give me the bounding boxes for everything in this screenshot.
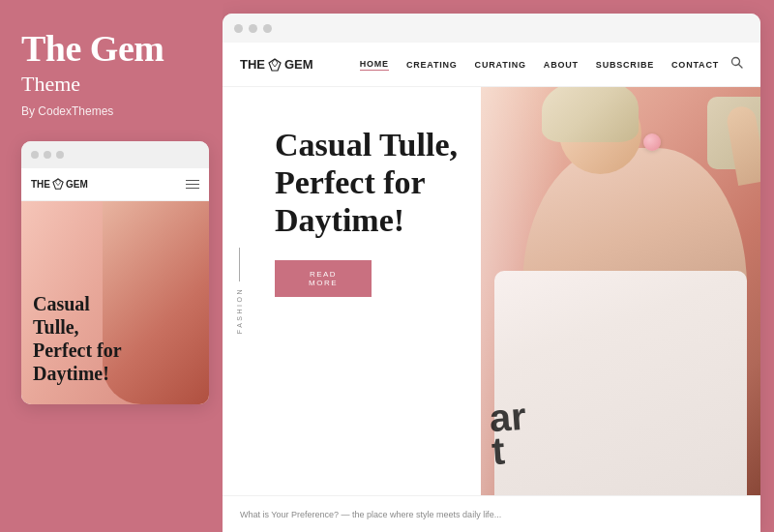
desktop-logo: THE GEM (240, 57, 313, 72)
nav-item-about[interactable]: ABOUT (544, 60, 579, 70)
mobile-logo-gem: GEM (66, 179, 88, 190)
hero-content: Casual Tulle, Perfect for Daytime! READ … (223, 87, 519, 495)
mobile-logo: THE GEM (31, 178, 88, 190)
mobile-topbar (21, 141, 209, 168)
hero-image: art (481, 87, 760, 495)
nav-item-curating[interactable]: CURATING (475, 60, 526, 70)
mobile-nav: THE GEM (21, 168, 209, 201)
desktop-bottom-bar: What is Your Preference? — the place whe… (223, 495, 760, 532)
search-icon[interactable] (730, 56, 743, 73)
desktop-dot-2 (249, 24, 257, 33)
theme-by: By CodexThemes (21, 104, 201, 118)
bottom-teaser-text: What is Your Preference? — the place whe… (240, 510, 501, 519)
left-panel: The Gem Theme By CodexThemes THE GEM (0, 0, 223, 532)
fashion-divider-line (239, 248, 240, 281)
nav-item-creating[interactable]: CREATING (406, 60, 458, 70)
desktop-dot-1 (234, 24, 243, 33)
theme-subtitle: Theme (21, 72, 201, 97)
desktop-logo-the: THE (240, 57, 265, 72)
desktop-preview: THE GEM HOME CREATING CURATING ABOUT SUB… (223, 14, 760, 532)
nav-item-subscribe[interactable]: SUBSCRIBE (596, 60, 654, 70)
desktop-nav: THE GEM HOME CREATING CURATING ABOUT SUB… (223, 43, 760, 87)
desktop-hero: FASHION Casual Tulle, Perfect for Daytim… (223, 87, 760, 495)
dot-3 (56, 151, 64, 159)
mobile-hero: Casual Tulle, Perfect for Daytime! (21, 201, 209, 404)
dot-1 (31, 151, 39, 159)
desktop-dot-3 (263, 24, 272, 33)
read-more-button[interactable]: READ MORE (275, 260, 372, 297)
fashion-label: FASHION (236, 287, 243, 334)
svg-marker-0 (53, 179, 63, 189)
mobile-hero-text: Casual Tulle, Perfect for Daytime! (33, 292, 122, 385)
hero-title-block: Casual Tulle, Perfect for Daytime! (275, 126, 499, 239)
desktop-gem-icon (268, 58, 282, 72)
svg-marker-2 (269, 59, 281, 71)
hero-title: Casual Tulle, Perfect for Daytime! (275, 126, 499, 239)
desktop-logo-gem: GEM (284, 57, 313, 72)
mobile-logo-text: THE (31, 179, 50, 190)
bubblegum (643, 133, 661, 151)
desktop-topbar (223, 14, 760, 43)
mobile-preview-card: THE GEM Casual Tulle, Perfect for Daytim… (21, 141, 209, 404)
nav-item-home[interactable]: HOME (360, 59, 389, 71)
mobile-gem-icon (52, 178, 64, 190)
nav-item-contact[interactable]: CONTACT (671, 60, 719, 70)
desktop-nav-items: HOME CREATING CURATING ABOUT SUBSCRIBE C… (360, 59, 719, 71)
dot-2 (44, 151, 51, 159)
svg-line-5 (739, 65, 743, 69)
theme-title: The Gem (21, 29, 201, 70)
hamburger-menu[interactable] (186, 180, 199, 190)
